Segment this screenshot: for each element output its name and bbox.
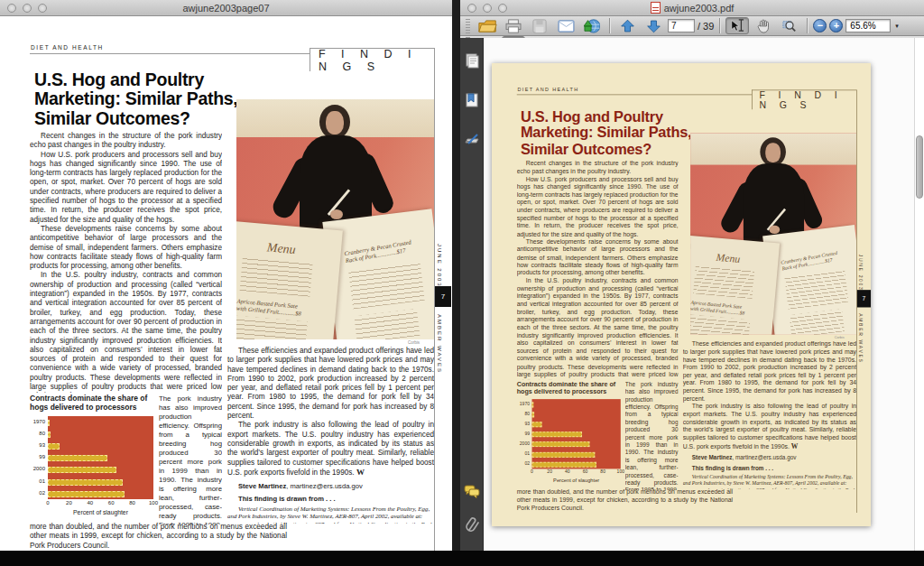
body-paragraph-bottom: more than doubled, and the number of por… [517,488,733,512]
photo-credit: Corbis [408,340,420,345]
body-column-left: Recent changes in the structure of the p… [30,132,222,393]
toolbar-separator [719,18,720,33]
body-column-right: These efficiencies and expanded product … [227,347,434,524]
body-column-right: These efficiencies and expanded product … [683,340,856,489]
article-photo: Cranberry & Pecan Crusted Rack of Pork..… [236,99,434,339]
chart-x-axis-ticks: 020406080100 [48,500,153,507]
photo-credit: Corbis [835,336,845,339]
findings-label: F I N D I N G S [760,89,857,111]
chart-x-axis-label: Percent of slaughter [48,509,153,515]
zoom-button[interactable] [38,4,47,13]
magazine-page-pdf: DIET AND HEALTH F I N D I N G S U.S. Hog… [492,63,871,513]
upload-web-button[interactable] [580,17,604,34]
zoom-out-button[interactable]: − [813,19,827,32]
pdf-rendered-page: DIET AND HEALTH F I N D I N G S U.S. Hog… [492,63,871,526]
section-rule [30,53,310,54]
zoom-dropdown-caret[interactable]: ▾ [895,23,899,30]
pdf-toolbar: / 39 − + 65.6% ▾ [460,16,924,36]
spine-issue-label: JUNE 2003 [437,244,442,288]
article-headline: U.S. Hog and Poultry Marketing: Similar … [34,70,246,128]
body-paragraph: How U.S. pork producers and processors s… [30,151,222,225]
toolbar-separator [609,18,610,33]
magazine-page: DIET AND HEALTH F I N D I N G S U.S. Hog… [0,16,451,552]
body-column-narrow: The pork industry has also improved prod… [159,394,222,524]
pdf-navigation-sidebar [460,38,484,566]
section-label: DIET AND HEALTH [31,44,104,51]
preview-window: awjune2003page07 DIET AND HEALTH F I N D… [0,0,452,552]
close-button[interactable] [467,4,476,13]
body-paragraph: Recent changes in the structure of the p… [30,132,222,151]
zoom-button[interactable] [498,4,507,13]
hog-contracts-chart: Contracts dominate the share of hogs del… [517,380,631,482]
pdf-content-area: DIET AND HEALTH F I N D I N G S U.S. Hog… [460,38,924,566]
print-button[interactable] [502,17,525,34]
pdf-page-canvas[interactable]: DIET AND HEALTH F I N D I N G S U.S. Hog… [484,38,914,566]
spine-issue-label: JUNE 2003 [859,255,864,292]
pdf-titlebar[interactable]: awjune2003.pdf [460,0,924,16]
chart-title: Contracts dominate the share of hogs del… [517,380,633,395]
spine-page-number: 7 [857,290,871,307]
spine-magazine-label: AMBER WAVES [859,313,864,363]
save-button[interactable] [528,17,551,34]
email-button[interactable] [554,17,578,34]
window-controls [467,4,507,13]
chart-x-axis-label: Percent of slaughter [532,478,621,483]
scrollbar-thumb[interactable] [916,135,923,199]
comments-panel-icon[interactable] [464,483,480,499]
page-number-input[interactable] [668,19,695,32]
findings-label: F I N D I N G S [319,48,434,73]
finding-source-heading: This finding is drawn from . . . [683,466,856,474]
bookmarks-panel-icon[interactable] [464,92,480,108]
minimize-button[interactable] [23,4,32,13]
author-line: Steve Martinez, martinez@ers.usda.gov [683,455,856,463]
select-tool-button[interactable] [725,17,749,34]
chart-plot-area [48,416,153,499]
body-paragraph: These developments raise concerns by som… [517,238,679,277]
zoom-in-button[interactable]: + [829,19,843,32]
minimize-button[interactable] [483,4,492,13]
photo-menu-left-page: Menu Apricot-Basted Pork Sate with Grill… [690,236,780,335]
pdf-file-icon [651,2,661,14]
chart-y-axis-labels: 197080939920000102 [517,399,532,476]
body-column-left: Recent changes in the structure of the p… [517,161,679,380]
toolbar-drag-handle[interactable] [466,19,470,33]
body-paragraph-bottom: more than doubled, and the number of por… [30,523,287,551]
author-line: Steve Martinez, martinez@ers.usda.gov [227,482,434,491]
chart-plot-area [532,399,621,469]
body-paragraph: These efficiencies and expanded product … [227,347,434,421]
photo-woman-hand [769,226,780,234]
photo-menu-right-page: Cranberry & Pecan Crusted Rack of Pork..… [322,209,434,339]
chart-y-axis-labels: 197080939920000102 [30,416,48,507]
body-column-narrow: The pork industry has also improved prod… [625,381,679,490]
left-titlebar[interactable]: awjune2003page07 [0,0,452,16]
findings-box: F I N D I N G S [752,89,856,109]
body-paragraph: Recent changes in the structure of the p… [517,161,679,176]
window-controls [7,4,47,13]
desktop-bottom-band [0,551,924,566]
spine-magazine-label: AMBER WAVES [437,314,442,374]
body-paragraph: These efficiencies and expanded product … [683,340,856,403]
vertical-scrollbar[interactable] [914,38,924,566]
chart-x-axis-ticks: 020406080100 [532,469,621,476]
photo-menu-title: Menu [716,252,741,266]
finding-source-heading: This finding is drawn from . . . [227,495,434,504]
page-count-label: / 39 [698,21,714,32]
signatures-panel-icon[interactable] [464,132,480,148]
pages-panel-icon[interactable] [464,52,480,69]
previous-page-button[interactable] [615,17,639,34]
body-paragraph: How U.S. pork producers and processors s… [517,176,679,238]
hand-tool-button[interactable] [752,17,775,34]
toolbar-separator [807,18,808,33]
zoom-level-field[interactable]: 65.6% [845,19,891,32]
next-page-button[interactable] [642,17,665,34]
amber-waves-logo-glyph: W [791,442,799,450]
open-file-button[interactable] [476,17,499,34]
zoom-marquee-tool-button[interactable] [778,17,801,34]
close-button[interactable] [7,4,16,13]
attachments-panel-icon[interactable] [464,516,480,533]
photo-woman-face [326,111,344,135]
body-paragraph: The pork industry is also following the … [227,421,434,478]
photo-menu-title: Menu [266,240,296,257]
article-headline: U.S. Hog and Poultry Marketing: Similar … [521,108,698,157]
chart-title: Contracts dominate the share of hogs del… [30,394,167,412]
